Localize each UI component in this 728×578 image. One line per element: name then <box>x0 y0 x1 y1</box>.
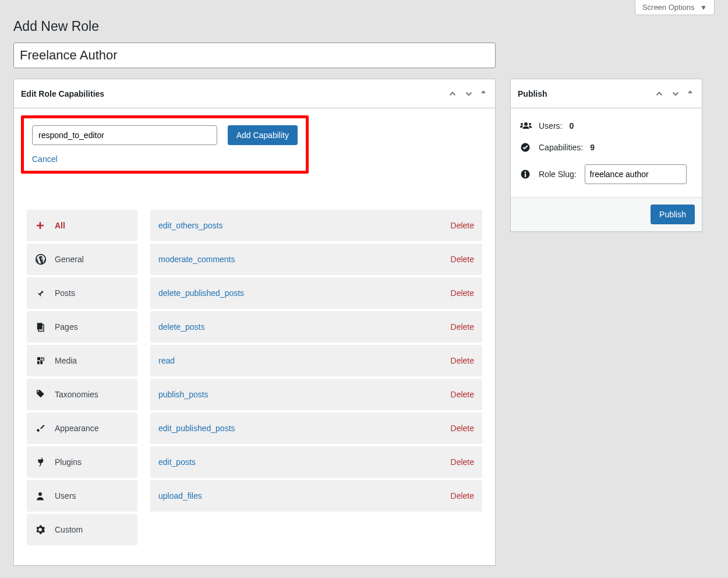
move-up-icon[interactable] <box>653 87 666 100</box>
capability-delete-link[interactable]: Delete <box>451 390 474 399</box>
gear-icon <box>35 524 47 535</box>
pin-icon <box>35 288 47 298</box>
page-title: Add New Role <box>13 19 715 34</box>
category-label: Pages <box>55 322 78 332</box>
category-item-all[interactable]: All <box>27 210 137 241</box>
screen-options-label: Screen Options <box>642 3 695 12</box>
role-slug-label: Role Slug: <box>539 170 577 179</box>
capability-delete-link[interactable]: Delete <box>451 356 474 365</box>
check-circle-icon <box>520 142 532 153</box>
capability-row: delete_postsDelete <box>150 311 482 343</box>
category-item-appearance[interactable]: Appearance <box>27 413 137 444</box>
move-down-icon[interactable] <box>669 87 682 100</box>
publish-button[interactable]: Publish <box>651 205 695 224</box>
capability-name-link[interactable]: upload_files <box>158 491 202 501</box>
capabilities-label: Capabilities: <box>539 143 583 152</box>
tag-icon <box>35 389 47 400</box>
category-label: All <box>55 221 65 230</box>
capability-name-link[interactable]: publish_posts <box>158 390 208 399</box>
capability-row: upload_filesDelete <box>150 480 482 512</box>
category-label: Taxonomies <box>55 390 98 399</box>
svg-point-6 <box>525 171 526 173</box>
category-item-taxonomies[interactable]: Taxonomies <box>27 379 137 410</box>
toggle-panel-icon[interactable] <box>685 87 695 100</box>
category-label: Users <box>55 491 76 501</box>
capabilities-count: 9 <box>590 143 595 152</box>
category-item-pages[interactable]: Pages <box>27 311 137 343</box>
role-name-input[interactable] <box>13 43 496 68</box>
capability-name-link[interactable]: read <box>158 356 175 365</box>
toggle-panel-icon[interactable] <box>479 87 488 100</box>
media-icon <box>35 355 47 366</box>
category-item-posts[interactable]: Posts <box>27 277 137 309</box>
category-label: Custom <box>55 525 83 534</box>
capability-row: edit_published_postsDelete <box>150 413 482 444</box>
capability-delete-link[interactable]: Delete <box>451 288 474 298</box>
move-down-icon[interactable] <box>462 87 475 100</box>
capability-row: publish_postsDelete <box>150 379 482 410</box>
category-label: Posts <box>55 288 75 298</box>
category-label: Plugins <box>55 457 82 467</box>
category-item-custom[interactable]: Custom <box>27 514 137 545</box>
pages-icon <box>35 322 47 332</box>
publish-box: Publish <box>510 79 702 232</box>
category-item-plugins[interactable]: Plugins <box>27 446 137 478</box>
capability-row: edit_postsDelete <box>150 446 482 478</box>
capability-name-link[interactable]: edit_others_posts <box>158 221 223 230</box>
capability-row: moderate_commentsDelete <box>150 244 482 275</box>
capability-delete-link[interactable]: Delete <box>451 457 474 467</box>
capability-name-link[interactable]: delete_published_posts <box>158 288 244 298</box>
category-item-general[interactable]: General <box>27 244 137 275</box>
category-sidebar: AllGeneralPostsPagesMediaTaxonomiesAppea… <box>27 210 137 548</box>
capability-input[interactable] <box>32 125 217 145</box>
svg-rect-7 <box>525 174 526 177</box>
user-icon <box>35 491 47 501</box>
capability-delete-link[interactable]: Delete <box>451 322 474 332</box>
capability-delete-link[interactable]: Delete <box>451 221 474 230</box>
edit-capabilities-box: Edit Role Capabilities <box>13 79 496 566</box>
move-up-icon[interactable] <box>446 87 459 100</box>
capabilities-list: edit_others_postsDeletemoderate_comments… <box>150 210 482 548</box>
category-label: General <box>55 255 84 264</box>
category-item-media[interactable]: Media <box>27 345 137 376</box>
publish-box-title: Publish <box>518 89 547 98</box>
wp-icon <box>35 253 47 265</box>
plug-icon <box>35 457 47 467</box>
capability-delete-link[interactable]: Delete <box>451 424 474 433</box>
capability-row: readDelete <box>150 345 482 376</box>
capability-name-link[interactable]: edit_posts <box>158 457 196 467</box>
screen-options-button[interactable]: Screen Options ▼ <box>635 0 715 15</box>
add-capability-highlight: Add Capability Cancel <box>21 115 309 174</box>
capability-name-link[interactable]: edit_published_posts <box>158 424 235 433</box>
brush-icon <box>35 423 47 434</box>
svg-point-3 <box>38 492 42 496</box>
users-count: 0 <box>569 121 574 131</box>
users-label: Users: <box>539 121 562 131</box>
cancel-link[interactable]: Cancel <box>32 154 298 164</box>
capability-row: edit_others_postsDelete <box>150 210 482 241</box>
edit-capabilities-title: Edit Role Capabilities <box>21 89 104 98</box>
capability-name-link[interactable]: moderate_comments <box>158 255 235 264</box>
category-item-users[interactable]: Users <box>27 480 137 512</box>
info-icon <box>520 169 532 179</box>
category-label: Appearance <box>55 424 99 433</box>
capability-row: delete_published_postsDelete <box>150 277 482 309</box>
capability-name-link[interactable]: delete_posts <box>158 322 204 332</box>
capability-delete-link[interactable]: Delete <box>451 491 474 501</box>
add-capability-button[interactable]: Add Capability <box>228 125 298 145</box>
capability-delete-link[interactable]: Delete <box>451 255 474 264</box>
svg-rect-1 <box>37 323 43 329</box>
category-label: Media <box>55 356 77 365</box>
users-icon <box>520 121 532 131</box>
plus-icon <box>35 220 47 231</box>
chevron-down-icon: ▼ <box>700 3 707 12</box>
role-slug-input[interactable] <box>585 164 687 184</box>
